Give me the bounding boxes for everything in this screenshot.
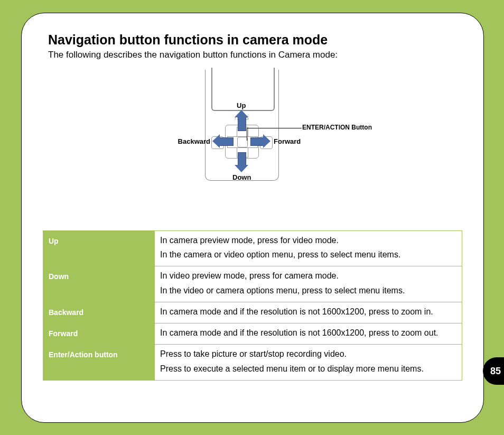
table-row: Up In camera preview mode, press for vid…: [43, 231, 462, 266]
page-number: 85: [490, 366, 501, 377]
table-value-line: In the video or camera options menu, pre…: [160, 284, 456, 297]
navigation-diagram: /SUS: [136, 70, 369, 202]
label-up: Up: [237, 101, 246, 109]
arrowhead-right-icon: [263, 134, 270, 148]
table-value-line: In video preview mode, press for camera …: [160, 270, 456, 282]
table-key: Down: [43, 266, 155, 302]
table-row: Forward In camera mode and if the resolu…: [43, 323, 462, 345]
table-value: In camera mode and if the resolution is …: [155, 302, 462, 323]
table-key: Enter/Action button: [43, 345, 155, 380]
leader-line-elbow: [247, 128, 247, 141]
table-key: Up: [43, 231, 155, 266]
table-value-line: In the camera or video option menu, pres…: [160, 248, 456, 261]
page-subtitle: The following describes the navigation b…: [48, 50, 462, 60]
table-value-line: Press to execute a selected menu item or…: [160, 363, 456, 375]
table-row: Backward In camera mode and if the resol…: [43, 302, 462, 323]
table-value-line: Press to take picture or start/stop reco…: [160, 348, 456, 360]
label-down: Down: [232, 173, 251, 181]
arrow-up-icon: [238, 116, 246, 131]
leader-line: [247, 128, 302, 128]
table-value: In video preview mode, press for camera …: [155, 266, 462, 302]
diagram-wrap: /SUS: [43, 70, 462, 202]
table-value-line: In camera mode and if the resolution is …: [160, 306, 456, 318]
label-enter: ENTER/ACTION Button: [302, 124, 372, 131]
page-number-badge: 85: [483, 357, 504, 385]
label-backward: Backward: [173, 137, 210, 145]
content-card: Navigation button functions in camera mo…: [21, 13, 484, 423]
table-key: Backward: [43, 302, 155, 323]
arrow-left-icon: [219, 137, 234, 146]
arrowhead-left-icon: [212, 134, 220, 148]
functions-table: Up In camera preview mode, press for vid…: [43, 230, 462, 381]
dpad-center: [237, 137, 248, 147]
table-key: Forward: [43, 323, 155, 345]
arrowhead-up-icon: [235, 110, 248, 117]
arrowhead-down-icon: [235, 165, 248, 172]
table-value-line: In camera preview mode, press for video …: [160, 234, 456, 246]
label-forward: Forward: [274, 137, 301, 145]
page-title: Navigation button functions in camera mo…: [48, 32, 462, 48]
table-value-line: In camera mode and if the resolution is …: [160, 327, 456, 339]
page-background: Navigation button functions in camera mo…: [0, 0, 504, 435]
table-value: Press to take picture or start/stop reco…: [155, 345, 462, 380]
table-value: In camera preview mode, press for video …: [155, 231, 462, 266]
table-row: Enter/Action button Press to take pictur…: [43, 345, 462, 380]
table-value: In camera mode and if the resolution is …: [155, 323, 462, 345]
table-row: Down In video preview mode, press for ca…: [43, 266, 462, 302]
